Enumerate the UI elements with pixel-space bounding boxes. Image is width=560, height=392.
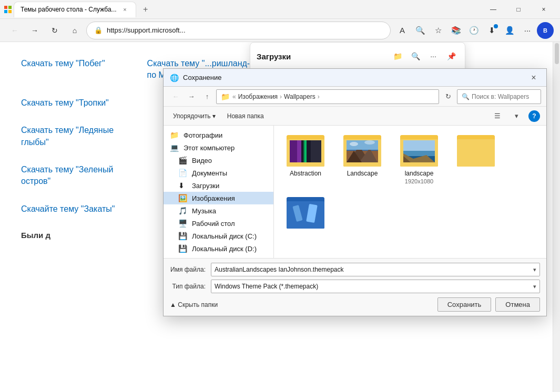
sidebar-item-desktop[interactable]: 🖥️ Рабочий стол bbox=[164, 217, 273, 230]
page-scrollbar[interactable] bbox=[553, 42, 560, 392]
footer-buttons-row: ▲ Скрыть папки Сохранить Отмена bbox=[170, 297, 540, 312]
filename-dropdown-arrow: ▾ bbox=[533, 266, 536, 273]
sidebar-d-drive-icon: 💾 bbox=[178, 244, 188, 253]
download-header-icons: 📁 🔍 ··· 📌 bbox=[390, 49, 459, 64]
svg-rect-1 bbox=[8, 6, 12, 9]
sidebar-music-label: Музыка bbox=[192, 207, 216, 215]
view-dropdown-btn[interactable]: ▾ bbox=[510, 109, 523, 123]
sidebar-photos-label: Фотографии bbox=[184, 131, 222, 139]
folder-item-plain1[interactable] bbox=[450, 131, 502, 189]
dialog-sidebar: 📁 Фотографии 💻 Этот компьютер 🎬 Видео 📄 … bbox=[164, 126, 274, 258]
history-btn[interactable]: 🕐 bbox=[465, 22, 482, 39]
download-search-btn[interactable]: 🔍 bbox=[408, 49, 423, 64]
collections-btn[interactable]: 📚 bbox=[447, 22, 464, 39]
new-tab-btn[interactable]: + bbox=[138, 2, 153, 17]
maximize-btn[interactable]: □ bbox=[506, 1, 531, 18]
save-dialog: 🌐 Сохранение × ← → ↑ 📁 « Изображения › W… bbox=[163, 68, 547, 316]
download-pin-btn[interactable]: 📌 bbox=[444, 49, 459, 64]
sidebar-item-video[interactable]: 🎬 Видео bbox=[164, 154, 273, 167]
svg-rect-3 bbox=[8, 10, 12, 13]
search-btn[interactable]: 🔍 bbox=[412, 22, 429, 39]
home-btn[interactable]: ⌂ bbox=[66, 22, 83, 39]
forward-btn[interactable]: → bbox=[26, 22, 43, 39]
save-btn[interactable]: Сохранить bbox=[437, 297, 492, 312]
svg-rect-0 bbox=[4, 6, 7, 9]
filename-value: AustralianLandscapes IanJohnson.themepac… bbox=[215, 266, 344, 273]
help-btn[interactable]: ? bbox=[528, 110, 540, 122]
minimize-btn[interactable]: — bbox=[481, 1, 505, 18]
download-more-btn[interactable]: ··· bbox=[426, 49, 441, 64]
dialog-footer: Имя файла: AustralianLandscapes IanJohns… bbox=[164, 258, 546, 316]
download-popup-title: Загрузки bbox=[257, 52, 291, 61]
sidebar-images-icon: 🖼️ bbox=[178, 194, 188, 202]
svg-rect-9 bbox=[297, 140, 301, 162]
dialog-search-input[interactable] bbox=[472, 93, 536, 100]
sidebar-item-images[interactable]: 🖼️ Изображения bbox=[164, 192, 273, 204]
folder-item-abstraction[interactable]: Abstraction bbox=[279, 131, 332, 189]
browser-content: Скачать тему "Побег" Скачать тему "...ри… bbox=[0, 42, 560, 392]
download-btn[interactable]: ⬇ bbox=[483, 22, 500, 39]
dialog-refresh-btn[interactable]: ↻ bbox=[441, 90, 455, 104]
svg-rect-11 bbox=[304, 140, 307, 162]
sidebar-docs-label: Документы bbox=[192, 169, 227, 177]
filetype-input[interactable]: Windows Theme Pack (*.themepack) ▾ bbox=[211, 280, 540, 293]
close-tab-btn[interactable]: × bbox=[121, 5, 129, 14]
folder-item-blue[interactable] bbox=[279, 193, 332, 236]
active-tab[interactable]: Темы рабочего стола - Служба... × bbox=[14, 2, 136, 17]
breadcrumb-sep-2: › bbox=[280, 93, 282, 100]
folder-thumb-landscape bbox=[343, 135, 381, 168]
window-controls: — □ × bbox=[481, 1, 556, 18]
new-folder-btn[interactable]: Новая папка bbox=[224, 110, 267, 122]
sidebar-computer-icon: 💻 bbox=[170, 143, 179, 152]
svg-rect-10 bbox=[311, 140, 321, 162]
favorites-btn[interactable]: ☆ bbox=[430, 22, 446, 39]
breadcrumb-root[interactable]: Изображения bbox=[238, 93, 278, 100]
filetype-value: Windows Theme Pack (*.themepack) bbox=[215, 283, 318, 290]
breadcrumb-folder-icon: 📁 bbox=[221, 92, 230, 101]
dialog-close-btn[interactable]: × bbox=[527, 71, 540, 84]
dialog-forward-btn[interactable]: → bbox=[185, 90, 198, 104]
lock-icon: 🔒 bbox=[94, 26, 103, 34]
address-bar[interactable]: 🔒 https://support.microsoft... bbox=[86, 22, 391, 39]
view-toggle-btn[interactable]: ☰ bbox=[491, 109, 504, 123]
dialog-action-bar: Упорядочить ▾ Новая папка ☰ ▾ ? bbox=[164, 107, 546, 126]
refresh-btn[interactable]: ↻ bbox=[46, 22, 63, 39]
dialog-up-btn[interactable]: ↑ bbox=[200, 90, 214, 104]
folder-item-landscape[interactable]: Landscape bbox=[336, 131, 389, 189]
close-btn[interactable]: × bbox=[532, 1, 556, 18]
back-btn[interactable]: ← bbox=[6, 22, 23, 39]
sidebar-item-music[interactable]: 🎵 Музыка bbox=[164, 204, 273, 217]
sidebar-item-d-drive[interactable]: 💾 Локальный диск (D:) bbox=[164, 242, 273, 255]
sidebar-item-docs[interactable]: 📄 Документы bbox=[164, 167, 273, 179]
sidebar-video-label: Видео bbox=[192, 157, 212, 164]
settings-btn[interactable]: ··· bbox=[519, 22, 536, 39]
sidebar-c-drive-icon: 💾 bbox=[178, 232, 188, 240]
sidebar-item-computer[interactable]: 💻 Этот компьютер bbox=[164, 141, 273, 154]
sidebar-downloads-icon: ⬇ bbox=[178, 181, 188, 190]
filename-input[interactable]: AustralianLandscapes IanJohnson.themepac… bbox=[211, 263, 540, 276]
filetype-dropdown-arrow: ▾ bbox=[533, 283, 536, 290]
sidebar-video-icon: 🎬 bbox=[178, 156, 188, 164]
webpage-link-1[interactable]: Скачать тему "Побег" bbox=[21, 58, 105, 69]
breadcrumb-sep-3: › bbox=[318, 93, 320, 100]
hide-folders-btn[interactable]: ▲ Скрыть папки bbox=[170, 301, 218, 308]
folder-thumb-landscape2 bbox=[400, 135, 438, 168]
dialog-back-btn[interactable]: ← bbox=[169, 90, 182, 104]
sidebar-item-photos[interactable]: 📁 Фотографии bbox=[164, 129, 273, 141]
sidebar-item-downloads[interactable]: ⬇ Загрузки bbox=[164, 179, 273, 192]
dialog-file-area: Abstraction bbox=[274, 126, 546, 258]
sidebar-item-c-drive[interactable]: 💾 Локальный диск (C:) bbox=[164, 230, 273, 242]
dialog-search-box[interactable]: 🔍 bbox=[457, 89, 541, 104]
sort-btn[interactable]: Упорядочить ▾ bbox=[170, 110, 219, 122]
profile-btn[interactable]: 👤 bbox=[501, 22, 518, 39]
folder-item-landscape2[interactable]: landscape 1920x1080 bbox=[393, 131, 445, 189]
sidebar-docs-icon: 📄 bbox=[178, 169, 188, 177]
svg-point-22 bbox=[364, 140, 375, 145]
download-folder-btn[interactable]: 📁 bbox=[390, 49, 405, 64]
sidebar-d-drive-label: Локальный диск (D:) bbox=[192, 245, 257, 253]
breadcrumb-child[interactable]: Wallpapers bbox=[284, 93, 315, 100]
read-aloud-btn[interactable]: A bbox=[394, 22, 411, 39]
cancel-btn[interactable]: Отмена bbox=[495, 297, 540, 312]
bing-btn[interactable]: B bbox=[537, 22, 554, 39]
svg-rect-12 bbox=[303, 140, 304, 162]
